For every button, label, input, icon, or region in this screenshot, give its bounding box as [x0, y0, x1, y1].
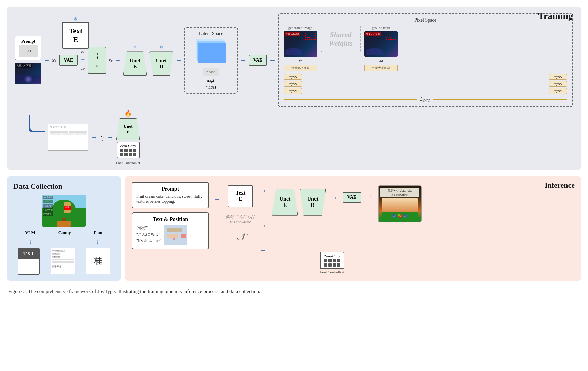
font-paper-lines-2 — [50, 133, 87, 135]
layer1-left: layer₁ — [284, 74, 302, 80]
unet-e-box: Unet E — [123, 51, 147, 76]
canny-text-2: 品质花卉 — [52, 252, 74, 255]
eps-z-col: εₜ → z₀ — [80, 49, 86, 71]
gen-overlay: 气量大小可调 — [285, 32, 300, 36]
dot-7 — [129, 153, 132, 156]
data-collection-panel: Data Collection 桂花 360天精选 — [7, 176, 121, 281]
canopy: 桂花 — [52, 200, 76, 218]
diffusion-box: Diffusion — [88, 47, 106, 74]
dot-6 — [124, 153, 128, 156]
zt-label: zₜ — [108, 57, 112, 64]
inf-dot-2 — [328, 259, 332, 262]
txt-box: TXT — [18, 248, 40, 275]
image-overlay-text: 气量大小可调 — [16, 64, 32, 68]
globe-sim — [23, 76, 33, 83]
dot-8 — [133, 153, 136, 156]
gen-sphere — [285, 48, 302, 55]
ocr-line-right — [433, 99, 567, 100]
unet-e-col: ❄ Unet E — [123, 44, 147, 76]
ldm-label: LLDM — [206, 83, 216, 89]
unet-d-sub: D — [159, 64, 163, 70]
dot-2 — [124, 149, 128, 152]
text-pos-card: Text & Position “你好” “こんにちは” "It's showt… — [132, 212, 209, 249]
text-e-col: ❄ Text E — [62, 16, 89, 49]
inf-middle-col: Text E 你好 こんにちは It's showtime 𝒩 — [226, 185, 255, 243]
crop-box-gen: crop — [305, 33, 316, 40]
arrow-fc-1: → — [91, 133, 98, 141]
prompt-card-title: Prompt — [136, 186, 204, 192]
input-image: 气量大小可调 — [15, 63, 41, 84]
canny-text-4: 四季开花 — [52, 265, 74, 268]
inf-dot-8 — [337, 263, 340, 267]
pos-rect-1 — [167, 228, 182, 232]
si-5: 四季开花 — [43, 212, 53, 216]
tree-image: 桂花 360天精选 ●精品花卉 ●品质花卉 ●品种齐全 四季开花 — [42, 195, 86, 227]
char-3: "It's showtime" — [136, 238, 161, 244]
font-paper-text: 气量大小可调 — [50, 125, 87, 129]
canny-label: Canny — [58, 230, 71, 235]
gt-text-strip: 气量大小可调 — [364, 65, 398, 71]
te-inf-2: E — [239, 196, 242, 202]
gt-overlay: 气量大小可调 — [365, 32, 381, 36]
zf-label: zf — [100, 134, 104, 141]
shared-weights-label: SharedWeights — [329, 30, 353, 48]
gen-label: generated image — [288, 26, 312, 30]
font-ctrl-box-col: 🔥 UnetE Zero-Conv — [116, 110, 140, 165]
fire-emoji: 🔥 — [124, 110, 132, 117]
vlm-label: VLM — [25, 230, 35, 235]
x0-label: x₀ — [52, 57, 57, 64]
pixel-row: generated image 气量大小可调 crop x̂₀ 气量大小可调 — [284, 26, 567, 71]
crop-label-gen: crop — [306, 35, 311, 39]
layers-left: layer₁ layer₂ layer₃ — [284, 74, 302, 94]
canny-line3 — [52, 262, 74, 263]
inf-ue-2: E — [283, 202, 287, 208]
cake-top-text: 你好やこんにちはIt's showtime. — [380, 188, 419, 197]
shared-weights: SharedWeights — [321, 26, 361, 52]
berry-3: 🫐 — [403, 214, 407, 218]
gen-section: generated image 气量大小可调 crop x̂₀ 气量大小可调 — [284, 26, 317, 71]
font-doc: 桂 — [86, 248, 110, 274]
dc-outputs: TXT 260天精品花卉 品质花卉 品种齐全 四季开花 — [13, 248, 114, 275]
si-4: ●品种齐全 — [43, 208, 53, 212]
canny-line1 — [52, 259, 74, 260]
unet-d-col: ❄ Unet D — [149, 44, 173, 76]
prompt-section: Prompt Fruit cream cake, delicious, swee… — [132, 182, 209, 249]
font-controlnet-row: 气量大小可调 → zf → 🔥 UnetE — [18, 110, 573, 165]
inf-dot-3 — [333, 259, 336, 262]
sign-red: 桂花 — [64, 202, 71, 213]
ldm-section: ε(zt,t) LLDM — [190, 78, 232, 89]
canny-line2 — [52, 261, 74, 262]
arrow-4: → — [240, 56, 247, 64]
font-ctrl-inf: Zero-Conv — [320, 249, 344, 274]
char-1: “你好” — [136, 225, 161, 231]
prompt-label: Prompt — [21, 39, 35, 44]
gt-image: 气量大小可调 crop — [364, 31, 398, 57]
noise-label: noise — [203, 68, 219, 76]
dc-labels: VLM Canny Font — [13, 230, 114, 235]
inf-text-2: It's showtime — [226, 220, 255, 225]
prompt-card: Prompt Fruit cream cake, delicious, swee… — [132, 182, 209, 208]
xhat0: x̂₀ — [298, 58, 302, 63]
layer2-left: layer₂ — [284, 81, 302, 87]
canny-arrow: ↓ — [62, 238, 66, 245]
text-pos-content: “你好” “こんにちは” "It's showtime" — [136, 225, 204, 245]
vlm-arrow: ↓ — [29, 238, 32, 245]
snowflake-e: ❄ — [133, 44, 137, 50]
inference-content: Prompt Fruit cream cake, delicious, swee… — [132, 182, 575, 254]
dot-4 — [133, 149, 136, 152]
training-panel: Training Prompt TXT 气量大小可调 → x₀ — [7, 7, 581, 170]
inf-dot-5 — [324, 263, 327, 267]
gt-label: ground truth — [372, 26, 390, 30]
pos-dot — [173, 238, 175, 240]
dot-1 — [120, 149, 123, 152]
inf-grid-dots — [324, 259, 340, 267]
card-1 — [198, 43, 226, 63]
dot-5 — [120, 153, 123, 156]
canny-text-3: 品种齐全 — [52, 255, 74, 258]
si-2: ●精品花卉 — [43, 200, 53, 203]
training-flow: Prompt TXT 气量大小可调 → x₀ VAE εₜ — [15, 13, 573, 107]
font-paper: 气量大小可调 — [48, 124, 88, 151]
line-1 — [50, 131, 68, 133]
ocr-line-left — [284, 99, 417, 100]
unet-d-label: Unet — [156, 58, 167, 64]
